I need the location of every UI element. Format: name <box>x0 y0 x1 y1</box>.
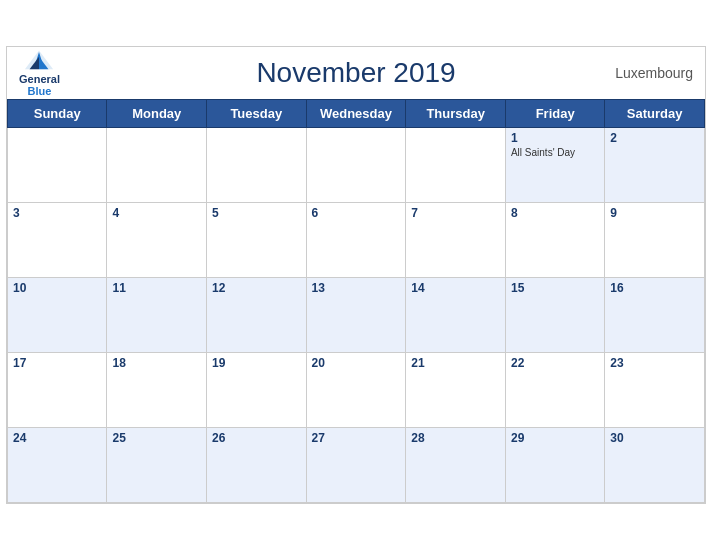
day-cell <box>207 128 307 203</box>
day-cell: 13 <box>306 278 406 353</box>
day-number: 30 <box>610 431 699 445</box>
day-number: 8 <box>511 206 599 220</box>
day-cell: 26 <box>207 428 307 503</box>
day-number: 3 <box>13 206 101 220</box>
day-number: 13 <box>312 281 401 295</box>
weekday-header-thursday: Thursday <box>406 100 506 128</box>
day-number: 7 <box>411 206 500 220</box>
day-number: 19 <box>212 356 301 370</box>
weekday-header-sunday: Sunday <box>8 100 107 128</box>
day-number: 5 <box>212 206 301 220</box>
day-number: 2 <box>610 131 699 145</box>
day-cell: 7 <box>406 203 506 278</box>
logo-general-text: General <box>19 73 60 85</box>
day-number: 17 <box>13 356 101 370</box>
weekday-header-wednesday: Wednesday <box>306 100 406 128</box>
day-cell: 25 <box>107 428 207 503</box>
weekday-header-monday: Monday <box>107 100 207 128</box>
day-cell: 3 <box>8 203 107 278</box>
day-cell: 22 <box>505 353 604 428</box>
day-cell: 16 <box>605 278 705 353</box>
day-cell: 17 <box>8 353 107 428</box>
day-cell: 5 <box>207 203 307 278</box>
day-cell: 14 <box>406 278 506 353</box>
week-row-4: 17181920212223 <box>8 353 705 428</box>
day-number: 25 <box>112 431 201 445</box>
day-number: 21 <box>411 356 500 370</box>
day-number: 15 <box>511 281 599 295</box>
day-cell: 18 <box>107 353 207 428</box>
week-row-3: 10111213141516 <box>8 278 705 353</box>
day-number: 1 <box>511 131 599 145</box>
day-cell: 10 <box>8 278 107 353</box>
day-cell <box>406 128 506 203</box>
day-cell: 4 <box>107 203 207 278</box>
logo-icon <box>23 49 55 71</box>
day-number: 28 <box>411 431 500 445</box>
logo-blue-text: Blue <box>28 85 52 97</box>
day-cell: 11 <box>107 278 207 353</box>
week-row-5: 24252627282930 <box>8 428 705 503</box>
day-number: 10 <box>13 281 101 295</box>
day-number: 27 <box>312 431 401 445</box>
day-number: 16 <box>610 281 699 295</box>
calendar-grid: SundayMondayTuesdayWednesdayThursdayFrid… <box>7 99 705 503</box>
week-row-2: 3456789 <box>8 203 705 278</box>
day-cell: 24 <box>8 428 107 503</box>
day-event: All Saints' Day <box>511 147 599 158</box>
day-cell: 2 <box>605 128 705 203</box>
calendar: General Blue November 2019 Luxembourg Su… <box>6 46 706 504</box>
day-number: 4 <box>112 206 201 220</box>
day-number: 26 <box>212 431 301 445</box>
day-cell: 29 <box>505 428 604 503</box>
day-cell: 9 <box>605 203 705 278</box>
day-cell: 1All Saints' Day <box>505 128 604 203</box>
weekday-header-saturday: Saturday <box>605 100 705 128</box>
day-cell <box>306 128 406 203</box>
logo: General Blue <box>19 49 60 97</box>
day-number: 9 <box>610 206 699 220</box>
day-number: 24 <box>13 431 101 445</box>
week-row-1: 1All Saints' Day2 <box>8 128 705 203</box>
day-number: 20 <box>312 356 401 370</box>
day-cell: 20 <box>306 353 406 428</box>
day-cell: 6 <box>306 203 406 278</box>
day-number: 18 <box>112 356 201 370</box>
day-cell: 23 <box>605 353 705 428</box>
day-number: 29 <box>511 431 599 445</box>
day-cell: 15 <box>505 278 604 353</box>
day-cell <box>8 128 107 203</box>
day-number: 14 <box>411 281 500 295</box>
day-number: 23 <box>610 356 699 370</box>
day-cell: 27 <box>306 428 406 503</box>
day-number: 12 <box>212 281 301 295</box>
day-cell: 8 <box>505 203 604 278</box>
weekday-header-tuesday: Tuesday <box>207 100 307 128</box>
day-cell <box>107 128 207 203</box>
day-cell: 28 <box>406 428 506 503</box>
day-cell: 12 <box>207 278 307 353</box>
day-cell: 30 <box>605 428 705 503</box>
calendar-header: General Blue November 2019 Luxembourg <box>7 47 705 99</box>
day-cell: 19 <box>207 353 307 428</box>
day-number: 22 <box>511 356 599 370</box>
calendar-title: November 2019 <box>23 57 689 89</box>
weekday-header-row: SundayMondayTuesdayWednesdayThursdayFrid… <box>8 100 705 128</box>
day-cell: 21 <box>406 353 506 428</box>
day-number: 6 <box>312 206 401 220</box>
day-number: 11 <box>112 281 201 295</box>
country-label: Luxembourg <box>615 65 693 81</box>
weekday-header-friday: Friday <box>505 100 604 128</box>
